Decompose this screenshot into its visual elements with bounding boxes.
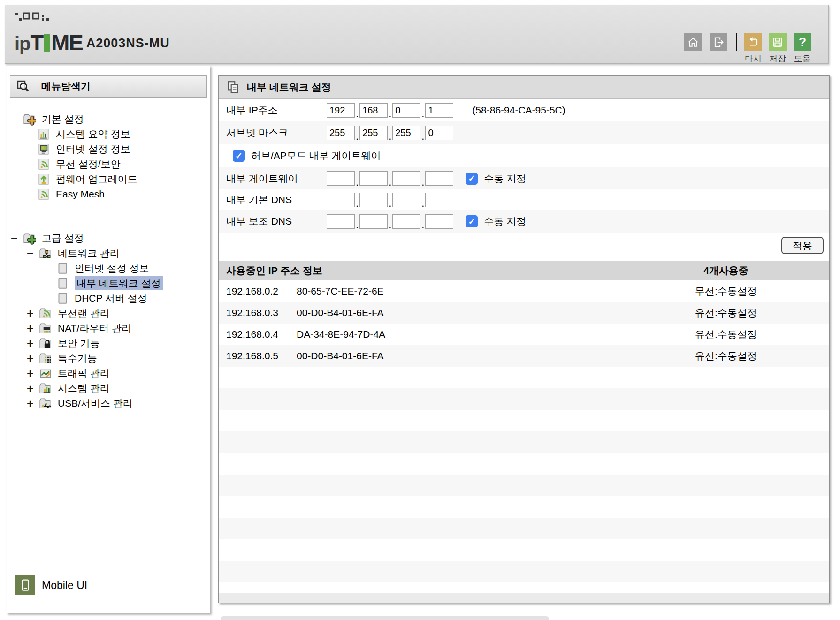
connection-type-cell: 유선:수동설정 — [637, 328, 815, 341]
help-button[interactable]: ? — [794, 33, 811, 51]
sidebar-item-advanced-settings[interactable]: − 고급 설정 — [7, 231, 210, 246]
dns2-octet-1[interactable] — [327, 214, 355, 229]
tree-group-gap — [7, 202, 210, 231]
refresh-button[interactable] — [744, 33, 762, 51]
gateway-manual-checkbox[interactable]: ✓ — [466, 173, 478, 185]
sidebar-item-special-functions[interactable]: + 특수기능 — [7, 351, 210, 366]
sidebar-item-dhcp-server[interactable]: DHCP 서버 설정 — [7, 291, 210, 306]
octet-separator: . — [389, 197, 391, 210]
save-button[interactable] — [769, 33, 787, 51]
sidebar-item-internet-settings-info[interactable]: 인터넷 설정 정보 — [7, 261, 210, 276]
gateway-octet-4[interactable] — [425, 171, 453, 186]
mac-cell: DA-34-8E-94-7D-4A — [297, 329, 637, 340]
expand-toggle[interactable]: + — [27, 307, 39, 319]
dns1-octet-4[interactable] — [425, 193, 453, 207]
hub-ap-checkbox[interactable]: ✓ — [233, 150, 245, 162]
panel-footer-strip — [219, 593, 829, 603]
mobile-ui-button[interactable]: Mobile UI — [15, 575, 87, 595]
sidebar-item-easy-mesh[interactable]: Easy Mesh — [7, 187, 210, 202]
refresh-button-label: 다시 — [740, 53, 767, 64]
ip-table-title: 사용중인 IP 주소 정보 — [226, 264, 547, 277]
octet-separator: . — [389, 176, 391, 189]
ip-in-use-count: 4개사용중 — [637, 264, 815, 277]
wifi-icon — [39, 307, 53, 320]
question-mark-icon: ? — [799, 35, 807, 50]
subnet-octet-4[interactable] — [425, 126, 453, 140]
internal-gateway-label: 내부 게이트웨이 — [226, 172, 327, 185]
dns2-octet-4[interactable] — [425, 214, 453, 229]
dns1-octet-2[interactable] — [359, 193, 388, 207]
hub-ap-checkbox-label: 허브/AP모드 내부 게이트웨이 — [251, 149, 381, 162]
dns2-octet-3[interactable] — [392, 214, 420, 229]
expand-toggle[interactable]: + — [27, 322, 39, 334]
sidebar-item-traffic-management[interactable]: + 트래픽 관리 — [7, 366, 210, 381]
subnet-octet-2[interactable] — [359, 126, 388, 140]
collapse-toggle[interactable]: − — [27, 247, 39, 259]
table-row: 192.168.0.4 DA-34-8E-94-7D-4A 유선:수동설정 — [219, 324, 829, 345]
home-icon — [686, 35, 700, 49]
menu-search-icon — [16, 79, 30, 93]
table-row: 192.168.0.2 80-65-7C-EE-72-6E 무선:수동설정 — [219, 280, 829, 302]
apply-button[interactable]: 적용 — [781, 237, 824, 254]
sidebar-item-usb-service[interactable]: + USB/서비스 관리 — [7, 396, 210, 411]
internal-ip-label: 내부 IP주소 — [226, 104, 327, 117]
collapse-toggle[interactable]: − — [11, 232, 23, 244]
mac-cell: 00-D0-B4-01-6E-FA — [297, 350, 637, 362]
internal-ip-octet-2[interactable] — [359, 103, 388, 118]
sidebar-item-internet-info[interactable]: 인터넷 설정 정보 — [7, 142, 210, 157]
subnet-octet-3[interactable] — [392, 126, 420, 140]
usb-icon — [39, 397, 53, 410]
sidebar-title: 메뉴탐색기 — [41, 80, 91, 93]
sidebar-item-label: Easy Mesh — [56, 189, 105, 200]
connection-type-cell: 유선:수동설정 — [637, 349, 815, 363]
sidebar-item-wireless-security[interactable]: 무선 설정/보안 — [7, 157, 210, 172]
sidebar-item-basic-settings[interactable]: 기본 설정 — [7, 112, 210, 127]
traffic-chart-icon — [39, 367, 53, 380]
dns2-manual-checkbox[interactable]: ✓ — [466, 215, 478, 227]
expand-toggle[interactable]: + — [27, 337, 39, 349]
sidebar-item-firmware-upgrade[interactable]: 펌웨어 업그레이드 — [7, 172, 210, 187]
folder-plus-icon — [23, 232, 37, 245]
manual-assign-label: 수동 지정 — [484, 172, 526, 185]
octet-separator: . — [356, 108, 359, 120]
sidebar-item-label: NAT/라우터 관리 — [58, 322, 131, 335]
connection-type-cell: 유선:수동설정 — [637, 306, 815, 319]
mac-cell: 80-65-7C-EE-72-6E — [297, 286, 637, 297]
home-button[interactable] — [684, 33, 702, 51]
bar-chart-icon — [39, 382, 53, 395]
subnet-octet-1[interactable] — [327, 126, 355, 140]
gateway-octet-1[interactable] — [327, 171, 355, 186]
octet-separator: . — [356, 176, 359, 189]
internal-ip-octet-1[interactable] — [327, 103, 355, 118]
dns2-octet-2[interactable] — [359, 214, 388, 229]
sidebar-item-label: 무선랜 관리 — [58, 307, 110, 320]
expand-toggle[interactable]: + — [27, 382, 39, 394]
gateway-octet-3[interactable] — [392, 171, 420, 186]
sidebar-item-internal-network-settings[interactable]: 내부 네트워크 설정 — [7, 276, 210, 291]
subnet-mask-octets: . . . — [327, 126, 453, 140]
expand-toggle[interactable]: + — [27, 367, 39, 379]
floppy-save-icon — [771, 35, 785, 49]
sidebar-item-nat-router[interactable]: + NAT/라우터 관리 — [7, 321, 210, 336]
sidebar-item-network-management[interactable]: − 네트워크 관리 — [7, 246, 210, 261]
upload-arrow-icon — [37, 173, 51, 186]
internal-ip-octet-3[interactable] — [392, 103, 420, 118]
expand-toggle[interactable]: + — [27, 397, 39, 409]
sidebar-item-security[interactable]: + 보안 기능 — [7, 336, 210, 351]
gateway-octet-2[interactable] — [359, 171, 388, 186]
sidebar-item-system-summary[interactable]: 시스템 요약 정보 — [7, 127, 210, 142]
wifi-icon — [37, 158, 51, 171]
internal-ip-octets: . . . — [327, 103, 453, 118]
brand-dots-decoration — [15, 12, 54, 22]
dns1-octet-3[interactable] — [392, 193, 420, 207]
dns1-octet-1[interactable] — [327, 193, 355, 207]
internal-ip-octet-4[interactable] — [425, 103, 453, 118]
toolbar-separator — [736, 33, 737, 51]
secondary-dns-label: 내부 보조 DNS — [226, 215, 327, 228]
sidebar-item-wlan-management[interactable]: + 무선랜 관리 — [7, 306, 210, 321]
logout-button[interactable] — [710, 33, 727, 51]
bottom-cutoff-element — [221, 616, 549, 620]
sidebar-item-system-management[interactable]: + 시스템 관리 — [7, 381, 210, 396]
expand-toggle[interactable]: + — [27, 352, 39, 364]
empty-table-stripes — [219, 367, 829, 593]
